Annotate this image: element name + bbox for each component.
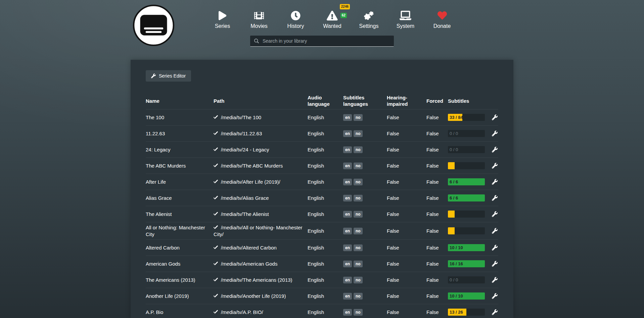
subtitles-progress [448, 162, 485, 169]
series-table: Name Path Audio language Subtitles langu… [146, 93, 498, 318]
nav-label: Series [215, 23, 230, 29]
series-name[interactable]: After Life [146, 177, 214, 187]
table-row: The ABC Murders /media/tv/The ABC Murder… [146, 157, 498, 174]
nav-item-series[interactable]: Series [204, 9, 241, 29]
play-icon [219, 9, 227, 22]
check-icon [214, 131, 218, 136]
series-editor-button[interactable]: Series Editor [146, 70, 191, 82]
series-name[interactable]: 24: Legacy [146, 144, 214, 155]
series-path: /media/tv/The 100 [221, 115, 261, 120]
subtitles-languages: enno [343, 307, 387, 318]
hearing-impaired: False [387, 242, 426, 253]
app-logo[interactable] [133, 4, 175, 46]
language-badge: en [343, 309, 352, 316]
edit-series-wrench-icon[interactable] [492, 147, 498, 152]
search-icon [254, 39, 259, 43]
hearing-impaired: False [387, 128, 426, 139]
table-row: 24: Legacy /media/tv/24 - Legacy English… [146, 141, 498, 157]
edit-series-wrench-icon[interactable] [492, 211, 498, 217]
audio-language: English [308, 291, 343, 302]
edit-series-wrench-icon[interactable] [492, 309, 498, 315]
table-header: Name Path Audio language Subtitles langu… [146, 93, 498, 109]
table-row: The Americans (2013) /media/tv/The Ameri… [146, 272, 498, 288]
series-path-cell: /media/tv/The Americans (2013) [214, 275, 308, 285]
check-icon [214, 245, 218, 250]
series-name[interactable]: The 100 [146, 112, 214, 123]
edit-series-wrench-icon[interactable] [492, 163, 498, 169]
subtitles-cell: 13 / 26 [448, 307, 486, 318]
nav-item-movies[interactable]: Movies [241, 9, 277, 29]
series-path: /media/tv/Another Life (2019) [221, 293, 286, 299]
series-name[interactable]: The Alienist [146, 209, 214, 220]
audio-language: English [308, 226, 343, 236]
subtitles-languages: enno [343, 112, 387, 123]
series-name[interactable]: 11.22.63 [146, 128, 214, 139]
subtitles-cell [448, 160, 486, 171]
top-header: Series Movies History 2246 62 Wanted [0, 0, 644, 60]
series-name[interactable]: A.P. Bio [146, 307, 214, 318]
series-name[interactable]: The Americans (2013) [146, 275, 214, 285]
language-badge: en [343, 277, 352, 283]
language-badge: en [343, 114, 352, 121]
nav-item-history[interactable]: History [277, 9, 314, 29]
series-name[interactable]: All or Nothing: Manchester City [146, 222, 214, 239]
series-path-cell: /media/tv/11.22.63 [214, 128, 308, 139]
nav-item-donate[interactable]: Donate [424, 9, 460, 29]
subtitles-progress-label: 0 / 0 [450, 146, 458, 153]
language-badge: no [354, 261, 363, 267]
series-name[interactable]: American Gods [146, 259, 214, 269]
check-icon [214, 212, 218, 216]
edit-series-wrench-icon[interactable] [492, 293, 498, 299]
audio-language: English [308, 275, 343, 285]
hearing-impaired: False [387, 161, 426, 171]
subtitles-progress-label: 0 / 0 [450, 130, 458, 137]
nav-label: Donate [433, 23, 451, 29]
audio-language: English [308, 259, 343, 269]
series-editor-label: Series Editor [159, 73, 186, 79]
hearing-impaired: False [387, 209, 426, 220]
subtitles-languages: enno [343, 242, 387, 253]
header-hearing-impaired: Hearing-impaired [387, 95, 426, 107]
series-name[interactable]: Another Life (2019) [146, 291, 214, 302]
series-path-cell: /media/tv/Another Life (2019) [214, 291, 308, 302]
subtitles-languages: enno [343, 144, 387, 155]
language-badge: no [354, 309, 363, 316]
nav-item-settings[interactable]: Settings [351, 9, 387, 29]
series-path: /media/tv/Altered Carbon [221, 245, 277, 251]
edit-series-wrench-icon[interactable] [492, 228, 498, 234]
subtitles-progress-fill [448, 211, 455, 218]
edit-series-wrench-icon[interactable] [492, 115, 498, 120]
subtitles-progress-label: 6 / 6 [450, 178, 458, 185]
hearing-impaired: False [387, 291, 426, 302]
row-action-cell [486, 161, 498, 171]
edit-series-wrench-icon[interactable] [492, 245, 498, 251]
table-row: American Gods /media/tv/American Gods En… [146, 256, 498, 272]
nav-item-wanted[interactable]: 2246 62 Wanted [314, 9, 351, 29]
header-audio-language: Audio language [308, 95, 343, 107]
table-row: Altered Carbon /media/tv/Altered Carbon … [146, 239, 498, 256]
language-badge: en [343, 146, 352, 153]
subtitles-cell [448, 225, 486, 236]
series-path-cell: /media/tv/24 - Legacy [214, 144, 308, 155]
language-badge: no [354, 277, 363, 283]
series-name[interactable]: Alias Grace [146, 193, 214, 203]
edit-series-wrench-icon[interactable] [492, 261, 498, 267]
series-name[interactable]: The ABC Murders [146, 161, 214, 171]
subtitles-progress: 0 / 0 [448, 276, 485, 283]
search-input[interactable] [262, 38, 394, 44]
edit-series-wrench-icon[interactable] [492, 179, 498, 185]
subtitles-progress: 10 / 10 [448, 244, 485, 251]
table-row: Alias Grace /media/tv/Alias Grace Englis… [146, 190, 498, 206]
hearing-impaired: False [387, 275, 426, 285]
series-path: /media/tv/A.P. BIO/ [221, 309, 263, 315]
series-path: /media/tv/All or Nothing- Manchester Cit… [214, 225, 303, 237]
edit-series-wrench-icon[interactable] [492, 195, 498, 201]
series-path: /media/tv/After Life (2019)/ [221, 179, 280, 185]
edit-series-wrench-icon[interactable] [492, 131, 498, 136]
laptop-icon [400, 9, 411, 22]
series-name[interactable]: Altered Carbon [146, 242, 214, 253]
subtitles-progress: 16 / 16 [448, 260, 485, 267]
edit-series-wrench-icon[interactable] [492, 277, 498, 283]
nav-item-system[interactable]: System [387, 9, 424, 29]
forced: False [426, 161, 448, 171]
